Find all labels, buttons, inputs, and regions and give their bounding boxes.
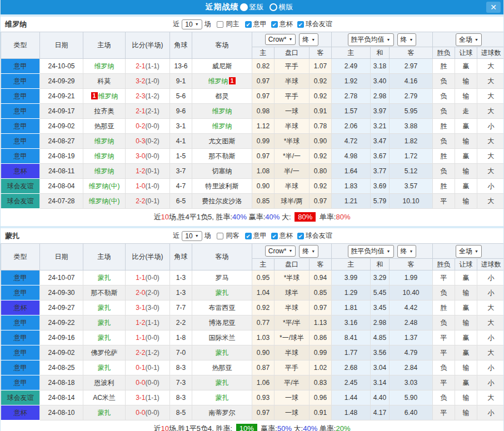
- home-team-cell: 维罗纳: [83, 164, 126, 179]
- summary-segment: 近: [153, 213, 161, 221]
- asian-away-odds: 0.91: [310, 104, 332, 119]
- team-label: 蒙扎: [98, 409, 111, 417]
- fulltime-score: 0-2: [136, 122, 145, 130]
- close-button[interactable]: ✕: [486, 2, 501, 13]
- table-row: 球会友谊24-08-14AC米兰3-1(1-1)8-3蒙扎0.93一球0.961…: [1, 390, 504, 405]
- sub-column-header: 主: [332, 47, 371, 59]
- league-checkbox-1[interactable]: ✔: [245, 21, 252, 28]
- bookmaker-period-select[interactable]: 终▼: [299, 33, 318, 46]
- home-team-cell: 蒙扎: [83, 360, 126, 375]
- team-sections: 维罗纳近10▼场同主✔意甲✔意杯✔球会友谊类型日期主场比分(半场)角球客场Cro…: [1, 14, 503, 431]
- summary-segment: 单率:: [317, 424, 336, 431]
- orientation-option-1[interactable]: 竖版: [240, 2, 264, 12]
- away-team-cell: 博洛尼亚: [192, 315, 252, 330]
- asian-home-odds: 1.06: [252, 375, 275, 390]
- away-team-cell: 都灵: [192, 89, 252, 104]
- dropdown-value: 全场: [459, 35, 472, 44]
- asian-away-odds: 0.99: [310, 345, 332, 360]
- recent-count-select[interactable]: 10▼: [182, 19, 202, 29]
- metric-select[interactable]: 胜平负均值▼: [348, 33, 394, 46]
- sub-column-header: 进球数: [477, 47, 504, 59]
- sub-column-header: 胜负: [433, 259, 455, 270]
- league-checkbox-2[interactable]: ✔: [271, 233, 278, 239]
- euro-draw-odds: 4.17: [371, 405, 390, 420]
- sub-column-header: 和: [371, 47, 390, 59]
- metric-select[interactable]: 胜平负均值▼: [348, 245, 394, 258]
- euro-home-odds: 1.29: [332, 285, 371, 300]
- date-cell: 24-09-22: [40, 315, 83, 330]
- euro-home-odds: 4.72: [332, 134, 371, 149]
- table-row: 意甲24-08-18恩波利0-0(0-0)7-3蒙扎1.06平/半0.832.4…: [1, 375, 504, 390]
- league-checkbox-3[interactable]: ✔: [297, 233, 304, 239]
- score-cell: 1-2(0-1): [126, 164, 170, 179]
- corners-cell: 6-5: [170, 194, 192, 209]
- away-team-cell: 威尼斯: [192, 59, 252, 74]
- fulltime-score: 0-0: [136, 409, 145, 417]
- column-header: 客场: [192, 244, 252, 270]
- league-checkbox-3[interactable]: ✔: [297, 21, 304, 28]
- same-venue-label: 同客: [226, 231, 239, 240]
- asian-handicap-line: 半球: [275, 345, 310, 360]
- home-team-cell: 蒙扎: [83, 405, 126, 420]
- radio-unselected-icon[interactable]: [270, 3, 277, 11]
- away-team-cell: 维罗纳: [192, 104, 252, 119]
- corners-cell: 7-7: [170, 300, 192, 315]
- scope-select[interactable]: 全场▼: [456, 245, 482, 258]
- euro-home-odds: 1.48: [332, 405, 371, 420]
- corners-cell: 2-2: [170, 315, 192, 330]
- asian-away-odds: 0.92: [310, 179, 332, 194]
- metric-period-select[interactable]: 终▼: [397, 245, 417, 258]
- halftime-score: (1-2): [146, 92, 159, 100]
- chevron-down-icon: ▼: [311, 38, 315, 42]
- asian-away-odds: 0.97: [310, 300, 332, 315]
- recent-results-window: 近期战绩 竖版横版 ✕ 维罗纳近10▼场同主✔意甲✔意杯✔球会友谊类型日期主场比…: [0, 0, 504, 431]
- league-cell: 意杯: [1, 164, 40, 179]
- date-cell: 24-08-11: [40, 164, 83, 179]
- halftime-score: (1-2): [146, 349, 159, 357]
- scope-select[interactable]: 全场▼: [456, 33, 482, 46]
- asian-home-odds: 0.98: [252, 104, 275, 119]
- league-checkbox-1[interactable]: ✔: [245, 233, 252, 239]
- home-team-cell: 维罗纳(中): [83, 194, 126, 209]
- fulltime-score: 0-1: [136, 364, 145, 372]
- score-cell: 1-1(0-0): [126, 330, 170, 345]
- summary-segment: 20%: [336, 424, 350, 431]
- euro-away-odds: 1.37: [390, 330, 433, 345]
- league-checkbox-2[interactable]: ✔: [271, 21, 278, 28]
- goals-result-cell: 小: [477, 375, 504, 390]
- bookmaker-select[interactable]: Crow*▼: [265, 245, 296, 257]
- corners-cell: 13-6: [170, 59, 192, 74]
- asian-home-odds: 0.93: [252, 390, 275, 405]
- results-table: 类型日期主场比分(半场)角球客场Crow*▼终▼胜平负均值▼终▼全场▼主盘口客主…: [1, 243, 504, 420]
- team-label: 博洛尼亚: [209, 319, 236, 327]
- summary-segment: 80%: [336, 213, 350, 221]
- same-venue-checkbox[interactable]: [217, 233, 223, 239]
- asian-away-odds: 0.96: [310, 390, 332, 405]
- column-header: 角球: [170, 244, 192, 270]
- fulltime-score: 3-2: [136, 77, 145, 85]
- team-label: 蒙扎: [216, 379, 229, 387]
- bookmaker-period-select[interactable]: 终▼: [299, 245, 318, 258]
- euro-draw-odds: 5.79: [371, 194, 390, 209]
- same-venue-checkbox[interactable]: [217, 21, 223, 28]
- asian-away-odds: 0.92: [310, 149, 332, 164]
- bookmaker-select[interactable]: Crow*▼: [265, 34, 296, 45]
- score-cell: 0-3(0-2): [126, 134, 170, 149]
- score-cell: 2-2(0-1): [126, 194, 170, 209]
- asian-handicap-line: 半球: [275, 179, 310, 194]
- chevron-down-icon: ▼: [410, 249, 413, 253]
- radio-selected-icon[interactable]: [240, 3, 248, 11]
- team-label: 那不勒斯: [209, 152, 236, 160]
- table-row: 意杯24-08-10蒙扎0-0(0-0)8-5南蒂罗尔0.97一球0.911.4…: [1, 405, 504, 420]
- fulltime-score: 1-2: [136, 167, 145, 175]
- orientation-option-2[interactable]: 横版: [270, 2, 293, 12]
- metric-period-select[interactable]: 终▼: [397, 33, 417, 46]
- asian-home-odds: 1.03: [252, 330, 275, 345]
- away-team-cell: 蒙扎: [192, 345, 252, 360]
- fulltime-score: 1-1: [136, 334, 145, 342]
- team-label: 维罗纳: [98, 92, 118, 100]
- recent-count-select[interactable]: 10▼: [182, 231, 202, 241]
- euro-draw-odds: 3.40: [371, 74, 390, 89]
- euro-draw-odds: 4.40: [371, 390, 390, 405]
- titlebar: 近期战绩 竖版横版 ✕: [1, 0, 503, 14]
